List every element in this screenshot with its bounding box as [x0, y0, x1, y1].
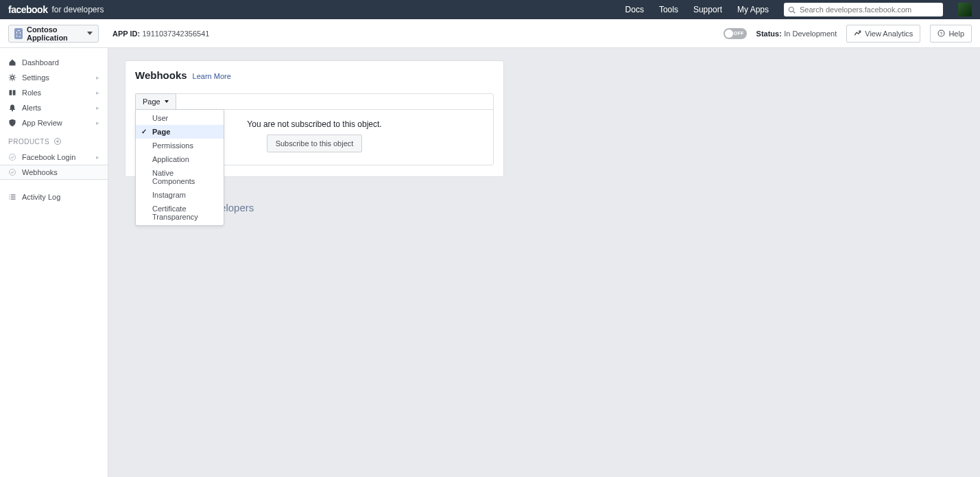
sidebar-item-activity-log[interactable]: Activity Log [0, 189, 108, 205]
footer-brand: facebook for developers [140, 202, 980, 214]
app-id-value: 1911037342356541 [142, 30, 209, 38]
object-select-button[interactable]: Page [135, 93, 176, 109]
subscribe-button-label: Subscribe to this object [276, 139, 354, 148]
brand-group: facebook for developers [8, 4, 104, 15]
search-box[interactable] [784, 3, 943, 16]
main-layout: Dashboard Settings ▸ Roles ▸ Alerts ▸ Ap… [0, 48, 980, 477]
app-icon [14, 28, 23, 39]
sidebar-item-label: Roles [22, 89, 41, 97]
sidebar-item-alerts[interactable]: Alerts ▸ [0, 100, 108, 115]
view-analytics-button[interactable]: View Analytics [846, 25, 920, 43]
help-icon: ? [937, 30, 945, 37]
gear-icon [8, 73, 16, 82]
app-name: Contoso Application [27, 25, 82, 42]
sidebar-item-label: App Review [22, 119, 62, 127]
app-bar: Contoso Application APP ID: 191103734235… [0, 19, 980, 48]
chevron-right-icon: ▸ [96, 119, 99, 126]
dropdown-item-page[interactable]: Page [136, 125, 224, 139]
list-icon [8, 193, 16, 201]
sidebar-item-label: Facebook Login [22, 153, 75, 161]
toggle-off-label: OFF [734, 31, 744, 36]
plus-circle-icon[interactable] [53, 137, 62, 146]
nav-link-support[interactable]: Support [693, 5, 722, 14]
sidebar-item-label: Activity Log [22, 193, 60, 201]
dropdown-item-instagram[interactable]: Instagram [136, 188, 224, 202]
circle-check-icon [8, 153, 16, 161]
app-bar-right: OFF Status: In Development View Analytic… [724, 25, 972, 43]
svg-point-7 [12, 110, 13, 111]
svg-text:?: ? [940, 31, 943, 36]
avatar[interactable] [958, 3, 972, 16]
dropdown-item-application[interactable]: Application [136, 152, 224, 166]
sidebar-item-dashboard[interactable]: Dashboard [0, 55, 108, 70]
roles-icon [8, 89, 16, 97]
sidebar: Dashboard Settings ▸ Roles ▸ Alerts ▸ Ap… [0, 48, 108, 477]
card-header: Webhooks Learn More [126, 61, 503, 89]
brand-subtitle: for developers [51, 5, 104, 14]
webhooks-card: Webhooks Learn More Page User Page Permi… [125, 60, 504, 177]
chevron-right-icon: ▸ [96, 104, 99, 111]
sidebar-item-roles[interactable]: Roles ▸ [0, 85, 108, 100]
sidebar-item-app-review[interactable]: App Review ▸ [0, 115, 108, 130]
nav-link-docs[interactable]: Docs [625, 5, 644, 14]
learn-more-link[interactable]: Learn More [193, 72, 231, 80]
app-id-label: APP ID: [112, 30, 140, 38]
top-nav-right: Docs Tools Support My Apps [625, 3, 972, 16]
chevron-right-icon: ▸ [96, 154, 99, 161]
object-dropdown: User Page Permissions Application Native… [135, 109, 224, 226]
sidebar-item-settings[interactable]: Settings ▸ [0, 70, 108, 85]
nav-link-tools[interactable]: Tools [659, 5, 678, 14]
svg-point-4 [11, 76, 14, 80]
status-toggle[interactable]: OFF [724, 28, 747, 39]
home-icon [8, 58, 16, 67]
card-title: Webhooks [135, 69, 187, 81]
card-body: Page User Page Permissions Application N… [126, 93, 503, 176]
shield-icon [8, 119, 16, 127]
nav-link-myapps[interactable]: My Apps [737, 5, 769, 14]
bell-icon [8, 104, 16, 112]
analytics-icon [854, 30, 861, 37]
sidebar-item-label: Alerts [22, 104, 41, 112]
object-select-value: Page [143, 97, 160, 106]
circle-check-icon [8, 168, 16, 176]
chevron-right-icon: ▸ [96, 89, 99, 96]
dropdown-item-native-components[interactable]: Native Components [136, 166, 224, 188]
search-input[interactable] [800, 5, 939, 14]
help-label: Help [948, 30, 964, 38]
caret-down-icon [87, 32, 93, 35]
search-icon [788, 6, 796, 14]
dropdown-item-permissions[interactable]: Permissions [136, 139, 224, 152]
view-analytics-label: View Analytics [865, 30, 913, 38]
top-nav: facebook for developers Docs Tools Suppo… [0, 0, 980, 19]
products-section-header: PRODUCTS [0, 130, 108, 150]
chevron-right-icon: ▸ [96, 74, 99, 81]
status-value: In Development [784, 30, 837, 38]
sidebar-item-facebook-login[interactable]: Facebook Login ▸ [0, 150, 108, 165]
svg-line-1 [793, 11, 796, 13]
subscription-box: Page User Page Permissions Application N… [135, 93, 494, 165]
subscribe-button[interactable]: Subscribe to this object [267, 135, 363, 152]
dropdown-item-certificate-transparency[interactable]: Certificate Transparency [136, 202, 224, 224]
content-area: Webhooks Learn More Page User Page Permi… [108, 48, 980, 477]
caret-down-icon [165, 100, 169, 103]
products-label: PRODUCTS [8, 138, 49, 146]
svg-rect-6 [13, 90, 16, 95]
dropdown-item-user[interactable]: User [136, 111, 224, 125]
sidebar-item-label: Settings [22, 73, 49, 82]
app-selector[interactable]: Contoso Application [8, 25, 99, 43]
help-button[interactable]: ? Help [930, 25, 972, 43]
sidebar-item-label: Webhooks [22, 168, 58, 176]
svg-rect-5 [10, 90, 12, 95]
svg-point-0 [789, 7, 793, 12]
sidebar-item-label: Dashboard [22, 58, 59, 67]
brand-logo: facebook [8, 4, 47, 15]
status-label: Status: [756, 30, 782, 38]
sidebar-item-webhooks[interactable]: Webhooks [0, 165, 108, 180]
